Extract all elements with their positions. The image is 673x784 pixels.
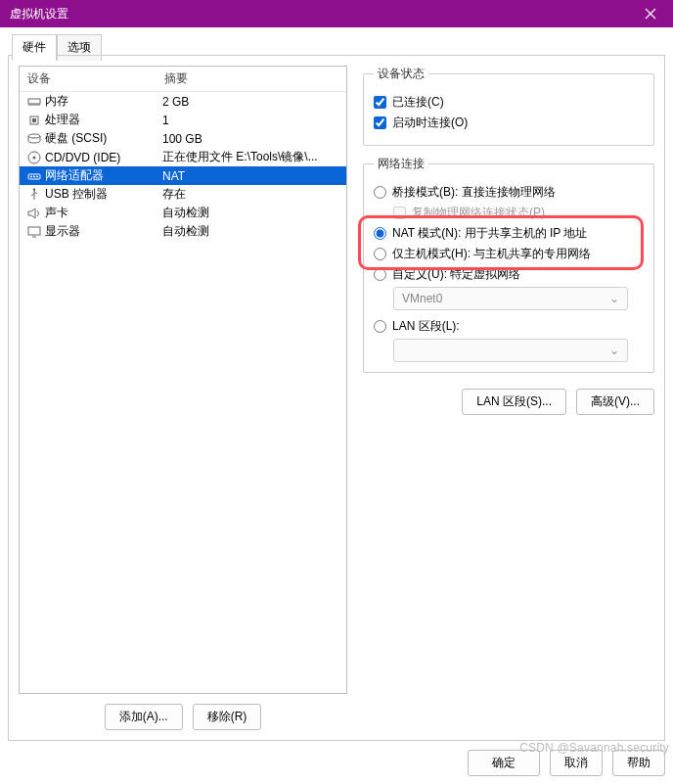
hardware-name: USB 控制器 bbox=[45, 186, 108, 203]
lan-segments-button[interactable]: LAN 区段(S)... bbox=[462, 389, 566, 415]
tab-hardware[interactable]: 硬件 bbox=[12, 34, 57, 61]
cancel-button[interactable]: 取消 bbox=[550, 750, 603, 776]
hardware-summary: 2 GB bbox=[162, 95, 340, 109]
svg-rect-11 bbox=[28, 227, 40, 235]
svg-point-10 bbox=[33, 188, 35, 190]
display-icon bbox=[25, 226, 43, 238]
connect-at-poweron-checkbox[interactable]: 启动时连接(O) bbox=[374, 115, 644, 131]
hardware-name: 处理器 bbox=[45, 112, 80, 128]
hardware-name: 硬盘 (SCSI) bbox=[45, 130, 107, 147]
radio-lan-segment[interactable]: LAN 区段(L): bbox=[374, 318, 644, 335]
advanced-button[interactable]: 高级(V)... bbox=[576, 389, 654, 415]
svg-point-5 bbox=[33, 156, 36, 159]
chevron-down-icon: ⌄ bbox=[609, 292, 619, 305]
cpu-icon bbox=[25, 114, 43, 127]
svg-point-9 bbox=[36, 175, 38, 177]
hardware-name: CD/DVD (IDE) bbox=[45, 151, 120, 164]
help-button[interactable]: 帮助 bbox=[612, 750, 665, 776]
hardware-row[interactable]: 处理器1 bbox=[20, 111, 346, 129]
lan-segment-combo: ⌄ bbox=[393, 339, 628, 362]
hardware-list-header: 设备 摘要 bbox=[20, 67, 346, 92]
radio-host-only[interactable]: 仅主机模式(H): 与主机共享的专用网络 bbox=[374, 246, 644, 262]
chevron-down-icon: ⌄ bbox=[609, 344, 619, 357]
device-state-group: 设备状态 已连接(C) 启动时连接(O) bbox=[363, 66, 654, 146]
device-state-legend: 设备状态 bbox=[374, 66, 428, 82]
connected-checkbox[interactable]: 已连接(C) bbox=[374, 94, 644, 111]
hardware-row[interactable]: 声卡自动检测 bbox=[20, 204, 346, 222]
hardware-row[interactable]: CD/DVD (IDE)正在使用文件 E:\Tools\镜像\... bbox=[20, 148, 346, 166]
radio-bridged[interactable]: 桥接模式(B): 直接连接物理网络 bbox=[374, 184, 644, 201]
hardware-summary: 自动检测 bbox=[162, 223, 340, 240]
hardware-name: 声卡 bbox=[45, 205, 68, 221]
hardware-summary: 100 GB bbox=[162, 132, 340, 146]
svg-point-3 bbox=[28, 134, 40, 138]
window-close-button[interactable] bbox=[628, 0, 673, 27]
window-title: 虚拟机设置 bbox=[10, 6, 68, 23]
hardware-row[interactable]: 内存2 GB bbox=[20, 92, 346, 111]
hardware-row[interactable]: USB 控制器存在 bbox=[20, 185, 346, 204]
svg-point-8 bbox=[33, 175, 35, 177]
hardware-summary: 存在 bbox=[162, 186, 340, 203]
cd-icon bbox=[25, 151, 43, 164]
replicate-state-checkbox: 复制物理网络连接状态(P) bbox=[393, 205, 644, 221]
col-device: 设备 bbox=[27, 70, 164, 87]
tab-body: 设备 摘要 内存2 GB处理器1硬盘 (SCSI)100 GBCD/DVD (I… bbox=[8, 55, 665, 741]
title-bar: 虚拟机设置 bbox=[0, 0, 673, 27]
sound-icon bbox=[25, 208, 43, 219]
col-summary: 摘要 bbox=[164, 70, 340, 87]
custom-network-combo: VMnet0 ⌄ bbox=[393, 287, 628, 310]
memory-icon bbox=[25, 96, 43, 108]
hardware-summary: 1 bbox=[162, 114, 340, 127]
add-hardware-button[interactable]: 添加(A)... bbox=[105, 704, 183, 730]
hardware-summary: 正在使用文件 E:\Tools\镜像\... bbox=[162, 149, 340, 165]
network-connection-group: 网络连接 桥接模式(B): 直接连接物理网络 复制物理网络连接状态(P) NAT… bbox=[363, 156, 654, 373]
hardware-name: 显示器 bbox=[45, 223, 80, 240]
hardware-row[interactable]: 硬盘 (SCSI)100 GB bbox=[20, 129, 346, 148]
usb-icon bbox=[25, 188, 43, 202]
hardware-row[interactable]: 网络适配器NAT bbox=[20, 166, 346, 185]
hardware-name: 内存 bbox=[45, 93, 68, 110]
hardware-name: 网络适配器 bbox=[45, 167, 104, 184]
radio-nat[interactable]: NAT 模式(N): 用于共享主机的 IP 地址 bbox=[374, 225, 644, 242]
radio-custom[interactable]: 自定义(U): 特定虚拟网络 bbox=[374, 266, 644, 283]
svg-rect-0 bbox=[28, 99, 40, 104]
hardware-row[interactable]: 显示器自动检测 bbox=[20, 222, 346, 241]
network-icon bbox=[25, 170, 43, 182]
remove-hardware-button[interactable]: 移除(R) bbox=[193, 704, 262, 730]
network-connection-legend: 网络连接 bbox=[374, 156, 428, 172]
hardware-summary: NAT bbox=[162, 169, 340, 183]
dialog-footer: 确定 取消 帮助 bbox=[468, 750, 665, 776]
close-icon bbox=[645, 8, 656, 20]
disk-icon bbox=[25, 133, 43, 145]
svg-point-7 bbox=[30, 175, 32, 177]
svg-rect-2 bbox=[32, 118, 36, 122]
hardware-list[interactable]: 设备 摘要 内存2 GB处理器1硬盘 (SCSI)100 GBCD/DVD (I… bbox=[19, 66, 347, 694]
ok-button[interactable]: 确定 bbox=[468, 750, 540, 776]
hardware-summary: 自动检测 bbox=[162, 205, 340, 221]
